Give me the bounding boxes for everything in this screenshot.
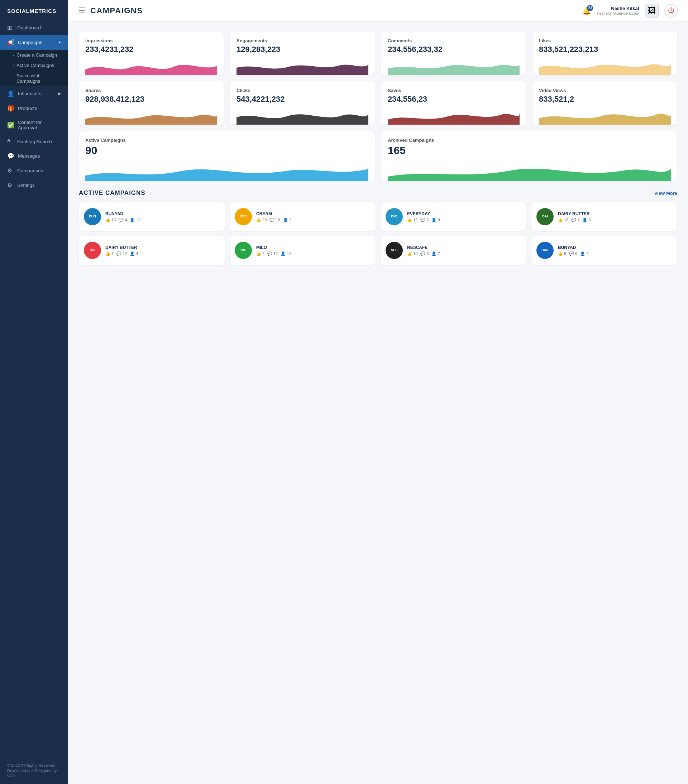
sidebar-label-influencers: Influencers: [18, 91, 41, 96]
campaign-users-everyday-1: 👤 9: [431, 218, 440, 222]
content-icon: ✅: [7, 122, 14, 128]
svg-text:BUN: BUN: [541, 248, 549, 252]
sidebar-item-create-campaign[interactable]: - Create a Campaign: [0, 50, 68, 60]
stat-card-comments: Comments 234,556,233,32: [381, 31, 526, 75]
campaign-item[interactable]: EVE EVERYDAY 👍 12 💬 6 👤 9: [381, 203, 526, 231]
campaign-likes-dairy-butter-2: 👍 7: [106, 251, 114, 256]
campaign-item[interactable]: CRE CREAM 👍 23 💬 10 👤 2: [230, 203, 376, 231]
campaign-stats-grid: Active Campaigns 90 Archived Campaigns 1…: [79, 131, 677, 181]
campaign-info-dairy-butter-1: DAIRY BUTTER 👍 18 💬 7 👤 6: [558, 211, 672, 222]
campaign-comments-milo-1: 💬 12: [267, 251, 278, 256]
sidebar-item-comparison[interactable]: ⚙ Comparison: [0, 163, 68, 178]
campaign-stats-bunyad-2: 👍 5 💬 9 👤 9: [558, 251, 672, 256]
campaign-name-nescafe-1: NESCAFE: [407, 245, 521, 250]
sidebar-nav: ⊞ Dashboard 📢 Campaigns ▾ - Create a Cam…: [0, 20, 68, 757]
stat-wave-video_views: [539, 107, 671, 125]
stat-wave-shares: [85, 107, 217, 125]
menu-toggle[interactable]: ☰: [78, 6, 85, 15]
svg-text:DAI: DAI: [542, 214, 548, 218]
sidebar: SOCIALMETRICS ⊞ Dashboard 📢 Campaigns ▾ …: [0, 0, 68, 784]
campaign-item[interactable]: DAI DAIRY BUTTER 👍 18 💬 7 👤 6: [531, 203, 677, 231]
avatar[interactable]: 🖼: [645, 4, 658, 18]
sidebar-item-active-campaigns[interactable]: - Active Campaigns: [0, 60, 68, 71]
campaign-name-bunyad-1: BUNYAD: [106, 211, 219, 216]
campaign-likes-bunyad-2: 👍 5: [558, 251, 566, 256]
campaign-item[interactable]: BUN BUNYAD 👍 5 💬 9 👤 9: [531, 236, 677, 265]
campaign-users-nescafe-1: 👤 7: [431, 251, 440, 256]
svg-text:CRE: CRE: [240, 214, 246, 218]
sidebar-item-influencers[interactable]: 👤 Influencers ▶: [0, 86, 68, 101]
stat-label-engagements: Engagements: [236, 38, 368, 43]
campaign-stat-archived: Archived Campaigns 165: [381, 131, 677, 181]
campaign-info-bunyad-2: BUNYAD 👍 5 💬 9 👤 9: [558, 245, 672, 256]
campaign-name-cream-1: CREAM: [256, 211, 371, 216]
active-campaigns-section-header: ACTIVE CAMPAIGNS View More: [79, 189, 677, 197]
campaign-likes-everyday-1: 👍 12: [407, 218, 417, 222]
stat-wave-comments: [388, 57, 520, 75]
stat-label-impressions: Impressions: [85, 38, 217, 43]
sidebar-item-hashtag-search[interactable]: # Hashtag Search: [0, 134, 68, 149]
stat-label-comments: Comments: [388, 38, 520, 43]
campaign-logo-nescafe-1: NES: [386, 242, 403, 259]
campaign-item[interactable]: BUN BUNYAD 👍 16 💬 4 👤 12: [79, 203, 225, 231]
stat-label-shares: Shares: [85, 88, 217, 93]
comparison-icon: ⚙: [7, 167, 13, 174]
power-button[interactable]: ⏻: [664, 4, 678, 18]
sidebar-item-campaigns[interactable]: 📢 Campaigns ▾: [0, 35, 68, 50]
stat-value-saves: 234,556,23: [388, 95, 520, 104]
campaign-stats-dairy-butter-1: 👍 18 💬 7 👤 6: [558, 218, 672, 222]
notification-button[interactable]: 🔔 23: [582, 7, 591, 15]
logo-svg: NES: [388, 244, 401, 257]
stat-label-likes: Likes: [539, 38, 671, 43]
campaign-item[interactable]: MIL MILO 👍 4 💬 12 👤 11: [230, 236, 376, 265]
campaign-users-milo-1: 👤 11: [280, 251, 291, 256]
stat-wave-engagements: [236, 57, 368, 75]
campaign-item[interactable]: DAI DAIRY BUTTER 👍 7 💬 12 👤 4: [79, 236, 225, 265]
campaign-logo-everyday-1: EVE: [386, 208, 403, 225]
campaign-info-everyday-1: EVERYDAY 👍 12 💬 6 👤 9: [407, 211, 521, 222]
sidebar-footer: © 2022 All Rights Reserved Developed and…: [0, 757, 68, 784]
campaign-name-dairy-butter-2: DAIRY BUTTER: [106, 245, 219, 250]
sidebar-label-settings: Settings: [17, 183, 35, 188]
messages-icon: 💬: [7, 153, 14, 160]
copyright: © 2022 All Rights Reserved: [7, 763, 61, 768]
stat-card-clicks: Clicks 543,4221,232: [230, 81, 375, 125]
stat-card-engagements: Engagements 129,283,223: [230, 31, 375, 75]
campaign-name-bunyad-2: BUNYAD: [558, 245, 672, 250]
stat-value-impressions: 233,4231,232: [85, 45, 217, 54]
stat-wave-likes: [539, 57, 671, 75]
sidebar-label-dashboard: Dashboard: [17, 25, 41, 30]
sidebar-item-products[interactable]: 🎁 Products: [0, 101, 68, 116]
campaign-logo-bunyad-1: BUN: [84, 208, 101, 225]
sidebar-label-messages: Messages: [18, 153, 40, 159]
campaign-users-dairy-butter-1: 👤 6: [582, 218, 591, 222]
sidebar-item-messages[interactable]: 💬 Messages: [0, 149, 68, 163]
campaign-item[interactable]: NES NESCAFE 👍 10 💬 3 👤 7: [381, 236, 526, 265]
header-left: ☰ CAMPAIGNS: [78, 6, 143, 15]
campaign-comments-cream-1: 💬 10: [269, 218, 280, 222]
campaign-likes-nescafe-1: 👍 10: [407, 251, 417, 256]
svg-text:NES: NES: [391, 248, 398, 252]
campaign-users-cream-1: 👤 2: [283, 218, 291, 222]
campaign-stat-label-archived: Archived Campaigns: [388, 138, 671, 143]
campaign-stats-cream-1: 👍 23 💬 10 👤 2: [256, 218, 371, 222]
main-content: ☰ CAMPAIGNS 🔔 23 Nestle Kitkat nestle@in…: [68, 0, 688, 784]
settings-icon: ⚙: [7, 182, 13, 189]
sidebar-item-successful-campaigns[interactable]: - Successful Campaigns: [0, 71, 68, 86]
campaign-logo-bunyad-2: BUN: [536, 242, 554, 259]
campaign-likes-milo-1: 👍 4: [256, 251, 264, 256]
stat-value-video_views: 833,521,2: [539, 95, 671, 104]
sidebar-label-create-campaign: Create a Campaign: [16, 52, 57, 58]
sidebar-item-settings[interactable]: ⚙ Settings: [0, 178, 68, 193]
view-more-link[interactable]: View More: [654, 191, 677, 196]
campaigns-dropdown-icon: ▾: [59, 40, 61, 45]
sidebar-item-content-approval[interactable]: ✅ Content for Approval: [0, 116, 68, 134]
campaign-stat-label-active: Active Campaigns: [85, 138, 368, 143]
sidebar-item-dashboard[interactable]: ⊞ Dashboard: [0, 20, 68, 35]
campaign-comments-dairy-butter-1: 💬 7: [571, 218, 579, 222]
logo-svg: BUN: [86, 210, 99, 223]
stat-label-video_views: Video Views: [539, 88, 671, 93]
avatar-icon: 🖼: [648, 6, 656, 15]
user-name: Nestle Kitkat: [597, 6, 639, 11]
campaign-users-dairy-butter-2: 👤 4: [130, 251, 138, 256]
